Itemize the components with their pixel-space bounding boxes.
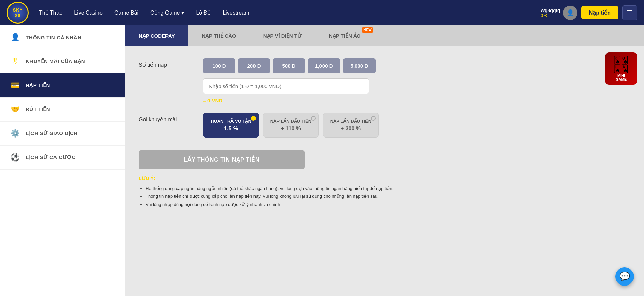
- promo-radio-2: [371, 116, 376, 121]
- wallet-icon: 💳: [10, 81, 20, 90]
- nav-lo-de[interactable]: Lô Đề: [196, 9, 211, 16]
- deposit-tabs: NẠP CODEPAY NẠP THẺ CÀO NẠP VÍ ĐIỆN TỬ N…: [125, 25, 644, 46]
- minigame-inner: 🂮🂭🂫🂡 MINI GAME: [605, 52, 637, 85]
- minigame-cards-icon: 🂮🂭🂫🂡: [613, 56, 629, 73]
- withdraw-icon: 🤝: [10, 105, 20, 114]
- username: wg3qqtq: [541, 8, 560, 13]
- menu-icon[interactable]: ☰: [622, 5, 637, 20]
- sidebar-item-lich-su-ca-cuoc[interactable]: ⚽ LỊCH SỬ CÁ CƯỢC: [0, 146, 125, 170]
- note-item-0: Hệ thống cung cấp ngân hàng ngẫu nhiên (…: [146, 185, 630, 192]
- person-icon: 👤: [10, 33, 20, 42]
- note-title: LƯU Ý:: [139, 176, 630, 181]
- promo-title-1: NẠP LẦN ĐẦU TIÊN: [270, 119, 312, 124]
- minigame-label: MINI GAME: [616, 74, 627, 81]
- minigame-ad[interactable]: 🂮🂭🂫🂡 MINI GAME: [605, 52, 637, 85]
- user-info: wg3qqtq 0 Đ 👤: [541, 6, 577, 20]
- nav-game-bai[interactable]: Game Bài: [114, 10, 138, 16]
- sidebar-label-khuyen-mai: KHUYẾN MÃI CỦA BẠN: [26, 58, 85, 64]
- amount-display: = 0 VND: [203, 98, 630, 103]
- header-right: wg3qqtq 0 Đ 👤 Nạp tiền ☰: [541, 5, 637, 20]
- deposit-form: Số tiền nạp 100 Đ 200 Đ 500 Đ 1,000 Đ 5,…: [125, 46, 644, 220]
- promo-card-0[interactable]: HOÀN TRẢ VÔ TẬN 1.5 %: [203, 113, 259, 138]
- sidebar-label-rut-tien: RÚT TIỀN: [26, 106, 50, 112]
- user-balance: 0 Đ: [541, 13, 560, 18]
- sidebar-item-lich-su-giao-dich[interactable]: ⚙️ LỊCH SỬ GIAO DỊCH: [0, 122, 125, 146]
- promo-icon: 🎖: [10, 57, 20, 66]
- chat-icon: 💬: [619, 271, 630, 282]
- logo-image: SKY88: [7, 2, 29, 24]
- bet-history-icon: ⚽: [10, 153, 20, 162]
- note-list: Hệ thống cung cấp ngân hàng ngẫu nhiên (…: [139, 185, 630, 208]
- sidebar: 👤 THÔNG TIN CÁ NHÂN 🎖 KHUYẾN MÃI CỦA BẠN…: [0, 25, 125, 296]
- tab-nap-tien-ao[interactable]: NẠP TIỀN ẢO: [315, 25, 374, 46]
- promo-value-2: + 300 %: [330, 126, 372, 132]
- amount-btn-200[interactable]: 200 Đ: [238, 58, 270, 73]
- amount-btn-500[interactable]: 500 Đ: [273, 58, 305, 73]
- amount-controls: 100 Đ 200 Đ 500 Đ 1,000 Đ 5,000 Đ = 0 VN…: [203, 58, 630, 103]
- logo[interactable]: SKY88: [7, 2, 29, 24]
- nav-livestream[interactable]: Livestream: [223, 10, 249, 16]
- amount-row: Số tiền nạp 100 Đ 200 Đ 500 Đ 1,000 Đ 5,…: [139, 58, 630, 103]
- sidebar-item-rut-tien[interactable]: 🤝 RÚT TIỀN: [0, 98, 125, 122]
- tab-nap-the-cao[interactable]: NẠP THẺ CÀO: [188, 25, 249, 46]
- main-content: NẠP CODEPAY NẠP THẺ CÀO NẠP VÍ ĐIỆN TỬ N…: [125, 25, 644, 296]
- chat-button[interactable]: 💬: [615, 267, 634, 286]
- sidebar-label-nap-tien: NẠP TIỀN: [26, 82, 50, 88]
- nav-the-thao[interactable]: Thể Thao: [39, 9, 62, 16]
- submit-button[interactable]: LẤY THÔNG TIN NẠP TIỀN: [139, 150, 305, 169]
- sidebar-item-thong-tin[interactable]: 👤 THÔNG TIN CÁ NHÂN: [0, 25, 125, 49]
- amount-btn-5000[interactable]: 5,000 Đ: [343, 58, 376, 73]
- nap-tien-header-button[interactable]: Nạp tiền: [581, 6, 618, 19]
- tab-nap-vi-dien-tu[interactable]: NẠP VÍ ĐIỆN TỬ: [250, 25, 315, 46]
- chevron-down-icon: ▾: [181, 9, 184, 16]
- promo-radio-0: [251, 116, 256, 121]
- promo-row: Gói khuyến mãi HOÀN TRẢ VÔ TẬN 1.5 % NẠP…: [139, 113, 630, 138]
- amount-btn-100[interactable]: 100 Đ: [203, 58, 235, 73]
- nav-live-casino[interactable]: Live Casino: [74, 10, 103, 16]
- avatar[interactable]: 👤: [563, 6, 577, 20]
- so-tien-nap-label: Số tiền nạp: [139, 58, 193, 68]
- note-section: LƯU Ý: Hệ thống cung cấp ngân hàng ngẫu …: [139, 176, 630, 208]
- goi-khuyen-mai-label: Gói khuyến mãi: [139, 113, 193, 123]
- sidebar-item-khuyen-mai[interactable]: 🎖 KHUYẾN MÃI CỦA BẠN: [0, 49, 125, 73]
- main-nav: Thể Thao Live Casino Game Bài Cổng Game …: [39, 9, 531, 16]
- promo-value-1: + 110 %: [270, 126, 312, 132]
- note-item-2: Vui lòng nhập đúng nội dung để lệnh nạp …: [146, 200, 630, 208]
- promo-value-0: 1.5 %: [210, 126, 252, 132]
- promo-card-1[interactable]: NẠP LẦN ĐẦU TIÊN + 110 %: [263, 113, 319, 138]
- amount-btn-1000[interactable]: 1,000 Đ: [308, 58, 340, 73]
- header: SKY88 Thể Thao Live Casino Game Bài Cổng…: [0, 0, 644, 25]
- note-item-1: Thông tin nạp tiền chỉ được cung cấp cho…: [146, 192, 630, 200]
- history-icon: ⚙️: [10, 129, 20, 138]
- nav-cong-game[interactable]: Cổng Game ▾: [150, 9, 184, 16]
- amount-input[interactable]: [203, 78, 369, 94]
- promo-options: HOÀN TRẢ VÔ TẬN 1.5 % NẠP LẦN ĐẦU TIÊN +…: [203, 113, 379, 138]
- amount-buttons-group: 100 Đ 200 Đ 500 Đ 1,000 Đ 5,000 Đ: [203, 58, 630, 73]
- sidebar-item-nap-tien[interactable]: 💳 NẠP TIỀN: [0, 73, 125, 98]
- tab-nap-codepay[interactable]: NẠP CODEPAY: [125, 25, 188, 46]
- sidebar-label-lich-su-ca-cuoc: LỊCH SỬ CÁ CƯỢC: [26, 154, 76, 161]
- promo-title-0: HOÀN TRẢ VÔ TẬN: [210, 119, 252, 124]
- main-layout: 👤 THÔNG TIN CÁ NHÂN 🎖 KHUYẾN MÃI CỦA BẠN…: [0, 25, 644, 296]
- promo-title-2: NẠP LẦN ĐẦU TIÊN: [330, 119, 372, 124]
- promo-radio-1: [311, 116, 316, 121]
- sidebar-label-lich-su-giao-dich: LỊCH SỬ GIAO DỊCH: [26, 130, 78, 136]
- promo-card-2[interactable]: NẠP LẦN ĐẦU TIÊN + 300 %: [323, 113, 379, 138]
- sidebar-label-thong-tin: THÔNG TIN CÁ NHÂN: [26, 35, 81, 40]
